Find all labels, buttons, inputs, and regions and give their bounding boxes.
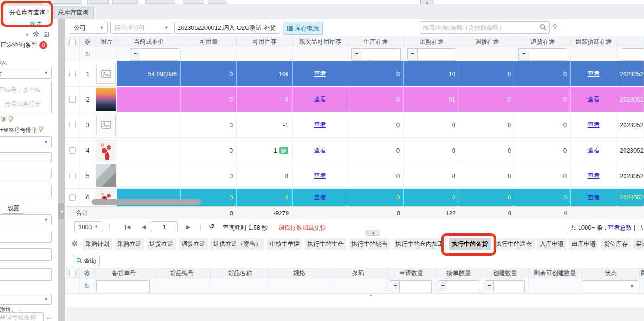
view-assembly-link[interactable]: 查看 <box>588 95 600 103</box>
product-image[interactable] <box>96 88 116 111</box>
detail-tab-stockpile-in-progress[interactable]: 执行中的备货 <box>449 238 491 250</box>
col-header-transfer[interactable]: 调拨在途 <box>459 36 515 47</box>
col-header-spec[interactable]: 规格 <box>269 268 330 279</box>
filter-operator[interactable]: = <box>130 48 140 61</box>
lightbulb-icon[interactable] <box>553 24 557 32</box>
col-header-assembly[interactable]: 组装拆卸在途 <box>571 36 617 47</box>
col-header-image[interactable]: 图片 <box>96 36 117 47</box>
sidebar-input[interactable] <box>0 168 52 179</box>
detail-query-button[interactable]: 查询 <box>72 255 100 267</box>
tab-total-inventory-query[interactable]: 总库存查询 <box>53 6 94 19</box>
filter-operator[interactable]: = <box>439 280 447 292</box>
detail-tab-send-warehouse[interactable]: 执行中的送仓 <box>493 238 535 250</box>
col-header-request-qty[interactable]: 申请数量 <box>387 268 436 279</box>
filter-operator[interactable]: = <box>485 280 493 292</box>
filter-return-input[interactable] <box>529 48 567 61</box>
col-header-production[interactable]: 生产在途 <box>348 36 404 47</box>
select-all-checkbox[interactable] <box>69 39 76 45</box>
filter-accept-qty-input[interactable] <box>447 280 479 292</box>
view-assembly-link[interactable]: 查看 <box>588 70 600 78</box>
view-assembly-link[interactable]: 查看 <box>588 121 600 129</box>
view-assembly-link[interactable]: 查看 <box>588 146 600 154</box>
view-defective-link[interactable]: 查看 <box>314 95 326 103</box>
view-defective-link[interactable]: 查看 <box>314 70 326 78</box>
refresh-icon[interactable]: ↻ <box>84 282 90 290</box>
filter-created-qty-input[interactable] <box>493 280 525 292</box>
col-header-remaining-qty[interactable]: 剩余可创建数量 <box>529 268 582 279</box>
filter-operator[interactable]: = <box>351 48 362 61</box>
filter-operator[interactable]: = <box>518 48 529 61</box>
product-image[interactable] <box>96 164 116 187</box>
filter-operator[interactable]: = <box>391 280 399 292</box>
row-checkbox[interactable] <box>69 71 76 77</box>
view-defective-link[interactable]: 查看 <box>314 193 326 202</box>
filter-cost-input[interactable] <box>140 48 179 61</box>
filter-purchase-input[interactable] <box>417 48 456 61</box>
sidebar-select[interactable]: ▼ <box>0 214 52 225</box>
filter-operator[interactable]: = <box>407 48 417 61</box>
inventory-overview-button[interactable]: 库存概况 <box>283 22 323 35</box>
detail-tab-warehouse-processing[interactable]: 执行中的仓内加工 <box>393 238 446 250</box>
column-settings-gear-icon[interactable] <box>80 268 95 279</box>
view-defective-link[interactable]: 查看 <box>314 146 326 154</box>
type-select[interactable]: 号 ▼ <box>0 67 52 79</box>
sidebar-input[interactable] <box>0 185 52 197</box>
reload-icon[interactable]: ↺ <box>209 222 215 231</box>
detail-tab-production-in-progress[interactable]: 执行中的生产 <box>305 238 346 250</box>
collapse-caret-icon[interactable]: ▼ <box>25 32 29 37</box>
collapse-sidebar-handle[interactable]: ◀ <box>58 203 64 219</box>
select-all-checkbox[interactable] <box>69 270 76 276</box>
refresh-icon[interactable]: ↻ <box>85 50 91 58</box>
col-header-return[interactable]: 退货在途 <box>515 36 571 47</box>
column-settings-gear-icon[interactable] <box>80 36 96 47</box>
product-image-placeholder[interactable] <box>96 64 116 84</box>
col-header-defective[interactable]: 残次品可用库存 <box>293 36 348 47</box>
tab-warehouse-inventory-query[interactable]: 分仓库存查询 × <box>4 6 51 19</box>
first-page-button[interactable]: ◀ <box>125 221 130 232</box>
gear-icon[interactable] <box>33 31 39 39</box>
filter-status-select[interactable]: ▼ <box>583 280 638 292</box>
filter-link[interactable]: 筛选 <box>30 21 42 28</box>
detail-tab-supplier-return[interactable]: 退供在途（寄售） <box>210 238 264 250</box>
col-header-accept-qty[interactable]: 接单数量 <box>436 268 482 279</box>
detail-tab-inbound-request[interactable]: 入库申请 <box>537 238 567 250</box>
col-header-status[interactable]: 状态 <box>582 268 640 279</box>
company-select[interactable]: 请选择公司 ▼ <box>110 22 172 34</box>
detail-tab-location-stock[interactable]: 货位库存 <box>601 238 631 250</box>
sidebar-input[interactable] <box>0 248 52 261</box>
view-assembly-link[interactable]: 查看 <box>588 193 600 202</box>
save-icon[interactable] <box>43 31 49 39</box>
view-defective-link[interactable]: 查看 <box>314 121 326 129</box>
view-assembly-link[interactable]: 查看 <box>588 172 600 180</box>
detail-tab-transfer-transit[interactable]: 调拨在途 <box>179 238 208 250</box>
settings-button[interactable]: 设置 <box>3 203 24 214</box>
col-header-barcode[interactable]: 条码 <box>330 268 387 279</box>
sidebar-input[interactable] <box>0 152 52 163</box>
page-size-select[interactable]: 1000 ▼ <box>74 221 101 232</box>
collapse-bottom-panel-handle[interactable]: ▲ <box>366 230 380 236</box>
search-icon[interactable] <box>539 23 549 32</box>
table-row-3[interactable]: 3 0 -1 查看 0 0 0 0 查看 20230522 <box>65 112 644 138</box>
col-header-stockpile-no[interactable]: 备货单号 <box>95 268 153 279</box>
supplier-input[interactable]: 商编号或名称 <box>0 312 44 321</box>
view-defective-link[interactable]: 查看 <box>314 172 326 180</box>
filter-clipped-input[interactable] <box>622 48 644 61</box>
detail-tab-outbound-request[interactable]: 出库申请 <box>569 238 599 250</box>
company-type-select[interactable]: 公司 ▼ <box>70 22 108 34</box>
search-input[interactable] <box>420 24 539 31</box>
sidebar-input[interactable] <box>0 231 52 243</box>
row-checkbox[interactable] <box>69 96 76 103</box>
sidebar-select[interactable]: ▼ <box>0 136 52 148</box>
table-row-4[interactable]: 4 0 -1缺 查看 0 0 0 0 查看 20230522 <box>65 138 644 163</box>
goods-code-textarea[interactable]: 品编号，多个编 、分号或换行分 <box>0 81 52 114</box>
table-row-1[interactable]: 1 54.090886 0 146 查看 0 10 0 0 查看 2023052… <box>65 61 644 87</box>
detail-tab-return-transit[interactable]: 退货在途 <box>147 238 176 250</box>
col-header-available[interactable]: 可用量 <box>181 36 237 47</box>
prev-page-button[interactable]: ◀ <box>142 224 146 230</box>
detail-tab-channel-reserve[interactable]: 渠道预留 <box>633 238 644 250</box>
close-icon[interactable]: × <box>47 5 50 17</box>
table-row-5[interactable]: 5 0 0 查看 0 0 0 0 查看 20230522 <box>65 163 644 189</box>
gear-icon[interactable] <box>71 240 78 248</box>
product-image-placeholder[interactable] <box>96 115 116 135</box>
detail-tab-purchase-transit[interactable]: 采购在途 <box>115 238 144 250</box>
